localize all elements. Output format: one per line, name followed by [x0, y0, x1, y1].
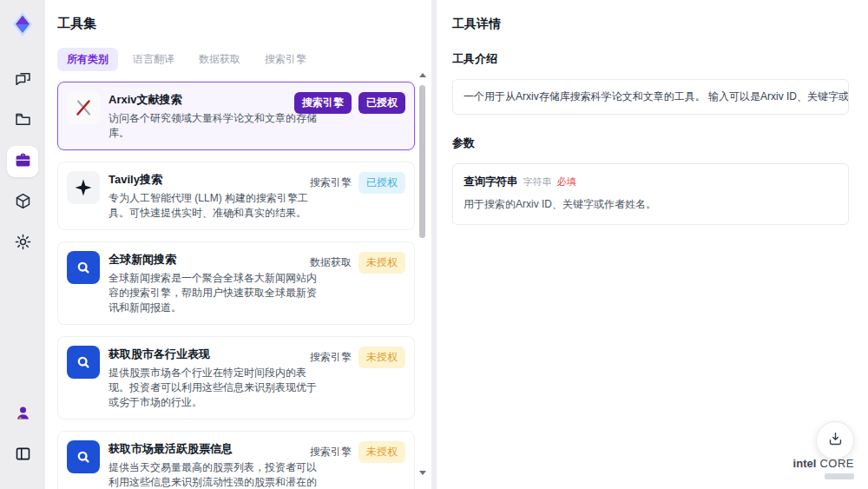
tab-0[interactable]: 所有类别 [57, 48, 118, 71]
search-blue-icon [67, 440, 100, 473]
tool-badges: 数据获取 未授权 [310, 252, 405, 274]
tool-description: 专为人工智能代理 (LLM) 构建的搜索引擎工具。可快速提供实时、准确和真实的结… [108, 191, 319, 221]
briefcase-icon [14, 151, 32, 173]
sidebar-item-packages[interactable] [7, 187, 38, 218]
tool-badges: 搜索引擎 已授权 [310, 172, 405, 194]
category-badge: 搜索引擎 [310, 350, 352, 365]
sidebar-item-account[interactable] [7, 399, 38, 430]
app-sidebar [0, 0, 45, 489]
tool-description: 提供当天交易量最高的股票列表，投资者可以利用这些信息来识别流动性强的股票和潜在的… [108, 460, 319, 489]
param-required-badge: 必填 [557, 175, 576, 188]
core-brand-text: CORE [819, 457, 854, 470]
auth-status-badge: 未授权 [358, 252, 405, 274]
tool-card[interactable]: 获取市场最活跃股票信息 提供当天交易量最高的股票列表，投资者可以利用这些信息来识… [57, 431, 415, 489]
sidebar-item-toolbox[interactable] [7, 146, 38, 177]
sidebar-item-collapse[interactable] [7, 439, 38, 471]
arxiv-icon [67, 91, 100, 124]
tool-description: 全球新闻搜索是一个聚合全球各大新闻网站内容的搜索引擎，帮助用户快速获取全球最新资… [108, 271, 319, 315]
search-blue-icon [67, 346, 100, 379]
category-badge: 搜索引擎 [310, 445, 352, 459]
auth-status-badge: 未授权 [358, 441, 405, 463]
package-icon [14, 192, 32, 214]
tab-3[interactable]: 搜索引擎 [255, 48, 316, 71]
tool-list-panel: 工具集 所有类别语言翻译数据获取搜索引擎 Arxiv文献搜索 访问各个研究领域大… [45, 0, 431, 489]
sidebar-item-settings[interactable] [7, 228, 38, 259]
auth-status-badge: 未授权 [358, 347, 405, 368]
param-description: 用于搜索的Arxiv ID、关键字或作者姓名。 [464, 197, 838, 212]
auth-status-badge: 已授权 [358, 172, 405, 194]
panel-toggle-icon [14, 445, 32, 466]
settings-icon [14, 233, 32, 254]
params-heading: 参数 [452, 135, 849, 151]
tool-details-panel: 工具详情 工具介绍 一个用于从Arxiv存储库搜索科学论文和文章的工具。 输入可… [437, 0, 868, 489]
category-badge: 数据获取 [310, 255, 352, 270]
download-icon [827, 431, 844, 451]
scrollbar-thumb[interactable] [419, 85, 425, 238]
category-badge: 搜索引擎 [294, 92, 352, 114]
param-name: 查询字符串 [464, 175, 518, 189]
download-button[interactable] [816, 421, 854, 459]
tab-2[interactable]: 数据获取 [189, 48, 250, 71]
folder-icon [14, 110, 32, 132]
intro-heading: 工具介绍 [452, 51, 849, 67]
tool-card[interactable]: Tavily搜索 专为人工智能代理 (LLM) 构建的搜索引擎工具。可快速提供实… [57, 162, 415, 230]
param-type: 字符串 [523, 175, 552, 188]
tool-card[interactable]: Arxiv文献搜索 访问各个研究领域大量科学论文和文章的存储库。 搜索引擎 已授… [57, 82, 415, 150]
tool-badges: 搜索引擎 已授权 [294, 92, 405, 114]
scroll-up-icon[interactable] [419, 73, 426, 77]
category-badge: 搜索引擎 [310, 175, 352, 190]
tool-card[interactable]: 全球新闻搜索 全球新闻搜索是一个聚合全球各大新闻网站内容的搜索引擎，帮助用户快速… [57, 241, 415, 325]
tool-badges: 搜索引擎 未授权 [310, 347, 405, 368]
category-tabs: 所有类别语言翻译数据获取搜索引擎 [57, 48, 431, 71]
tool-badges: 搜索引擎 未授权 [310, 441, 405, 463]
chat-icon [14, 69, 32, 91]
app-logo-icon [9, 10, 36, 38]
intel-ultra-mark [825, 473, 854, 479]
details-title: 工具详情 [452, 17, 849, 32]
sidebar-item-files[interactable] [7, 105, 38, 136]
page-title: 工具集 [57, 16, 431, 32]
tab-1[interactable]: 语言翻译 [123, 48, 184, 71]
tool-list: Arxiv文献搜索 访问各个研究领域大量科学论文和文章的存储库。 搜索引擎 已授… [57, 82, 415, 489]
scroll-down-icon[interactable] [419, 471, 426, 475]
intel-brand-text: intel [793, 457, 817, 470]
intel-core-logo: intel CORE [793, 457, 854, 480]
user-icon [14, 404, 32, 426]
parameter-item: 查询字符串 字符串 必填 用于搜索的Arxiv ID、关键字或作者姓名。 [452, 163, 849, 225]
tool-description: 访问各个研究领域大量科学论文和文章的存储库。 [108, 111, 319, 141]
sidebar-item-chat[interactable] [7, 64, 38, 96]
search-blue-icon [67, 251, 100, 284]
star-icon [67, 171, 100, 204]
auth-status-badge: 已授权 [358, 92, 405, 114]
tool-card[interactable]: 获取股市各行业表现 提供股票市场各个行业在特定时间段内的表现。投资者可以利用这些… [57, 336, 415, 420]
tool-description: 提供股票市场各个行业在特定时间段内的表现。投资者可以利用这些信息来识别表现优于或… [108, 366, 319, 410]
tool-intro-text: 一个用于从Arxiv存储库搜索科学论文和文章的工具。 输入可以是Arxiv ID… [452, 79, 849, 115]
list-scrollbar[interactable] [418, 73, 426, 475]
